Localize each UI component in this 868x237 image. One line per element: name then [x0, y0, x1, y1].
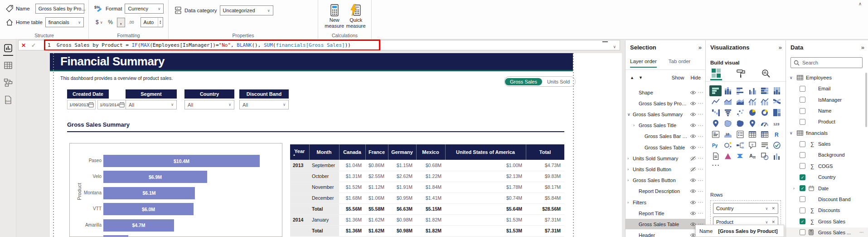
visual-icon-stacked-column-chart[interactable] [722, 85, 734, 96]
home-table-select[interactable]: financials∨ [45, 17, 84, 27]
data-field-country[interactable]: ✓Country [786, 172, 868, 182]
eye-off-icon[interactable] [690, 156, 696, 161]
eye-icon[interactable] [690, 101, 696, 106]
search-input[interactable]: Search [790, 57, 863, 68]
column-header-france[interactable]: France [365, 144, 388, 160]
date-from-input[interactable]: 1/09/2013 [67, 100, 96, 109]
data-field-gross-sales-[interactable]: Gross Sales ...⋯ [786, 227, 868, 237]
checkbox-unchecked[interactable] [800, 119, 805, 125]
selection-item[interactable]: ›Gross Sales Button··· [626, 175, 705, 186]
view-toggle[interactable]: Gross SalesUnits Sold [504, 76, 576, 87]
remove-field-icon[interactable]: ✕ [771, 206, 775, 211]
visual-icon-kpi[interactable]: 12 [722, 129, 734, 140]
visual-icon-r-script-visual[interactable]: R [771, 129, 783, 140]
visual-icon-treemap[interactable] [771, 107, 783, 118]
column-header-year[interactable]: Year▲ [290, 144, 309, 160]
collapse-visualizations-panel-icon[interactable]: » [779, 44, 781, 51]
more-options-icon[interactable]: ··· [696, 189, 705, 194]
chevron-right-icon[interactable]: › [627, 178, 633, 183]
more-options-icon[interactable]: ··· [696, 200, 705, 205]
visual-icon-metrics[interactable] [771, 140, 783, 151]
chevron-down-icon[interactable]: ∨ [790, 131, 793, 135]
remove-field-icon[interactable]: ✕ [771, 220, 775, 224]
selection-item[interactable]: Gross Sales Table··· [626, 219, 705, 229]
selection-item[interactable]: ›Units Sold Summary··· [626, 153, 705, 163]
selection-item[interactable]: Shape··· [626, 87, 705, 98]
visual-icon-funnel-chart[interactable] [722, 107, 734, 118]
checkbox-checked[interactable]: ✓ [800, 218, 805, 224]
data-field-ismanager[interactable]: IsManager [786, 95, 868, 105]
selection-item[interactable]: ›Units Sold Button··· [626, 164, 705, 174]
selection-item[interactable]: Report Title··· [626, 208, 705, 218]
field-pill-country[interactable]: Country∨✕ [713, 203, 778, 214]
dax-formula-bar[interactable]: ✕ ✓ 1 Gross Sales by Product = IF(MAX(Em… [18, 40, 620, 50]
checkbox-unchecked[interactable] [800, 152, 805, 158]
data-panel-scrollbar[interactable] [865, 73, 867, 127]
checkbox-unchecked[interactable] [800, 163, 805, 169]
bar-paseo[interactable]: $10.4M [103, 155, 260, 167]
more-visuals-icon[interactable]: ··· [712, 162, 720, 168]
visual-icon-card[interactable]: 123 [771, 118, 783, 129]
visual-icon-clustered-column-chart[interactable] [746, 85, 758, 96]
nav-table-view[interactable] [0, 57, 16, 74]
selection-item[interactable]: ∨Gross Sales Summary··· [626, 109, 705, 119]
percent-button[interactable]: % [107, 18, 115, 27]
thousands-separator-button[interactable]: , [117, 18, 125, 27]
column-header-united-states-of-america[interactable]: United States of America [445, 144, 526, 160]
more-options-icon[interactable]: ··· [696, 112, 705, 117]
visual-icon-line-and-stacked-column-chart[interactable] [746, 96, 758, 107]
column-header-total[interactable]: Total [526, 144, 564, 160]
selection-item[interactable]: ›Filters··· [626, 197, 705, 207]
selection-item[interactable]: Header··· [626, 230, 705, 237]
visual-icon-matrix[interactable] [758, 129, 771, 140]
currency-symbol-button[interactable]: $∨ [94, 18, 104, 27]
chevron-right-icon[interactable]: › [627, 167, 633, 172]
visual-icon-button[interactable] [771, 151, 783, 162]
visual-icon-slicer[interactable] [734, 129, 746, 140]
checkbox-unchecked[interactable] [800, 229, 805, 235]
date-to-input[interactable]: 1/01/2014 [97, 100, 126, 109]
quick-measure-button[interactable]: Quick measure [345, 3, 367, 29]
visual-icon-shapes[interactable] [758, 151, 771, 162]
slicer-dropdown-discount-band[interactable]: All∨ [239, 100, 289, 109]
selection-item[interactable]: Report Description··· [626, 186, 705, 197]
more-options-icon[interactable]: ··· [696, 145, 705, 150]
visual-icon-scatter-chart[interactable] [734, 107, 746, 118]
more-options-icon[interactable]: ··· [696, 211, 705, 216]
chevron-down-icon[interactable]: ∨ [790, 75, 793, 80]
visual-icon-stacked-area-chart[interactable] [734, 96, 746, 107]
nav-report-view[interactable] [0, 40, 16, 57]
selection-item[interactable]: Gross Sales Table··· [626, 142, 705, 153]
collapse-ribbon-icon[interactable]: ∨ [858, 2, 862, 7]
eye-icon[interactable] [690, 134, 696, 138]
eye-icon[interactable] [690, 112, 696, 117]
decimal-precision-stepper[interactable]: Auto▲▼ [141, 17, 163, 27]
data-table-financials[interactable]: ∨financials [786, 128, 868, 138]
report-page[interactable]: Financial Summary This dashboard provide… [50, 53, 622, 237]
collapse-selection-panel-icon[interactable]: » [698, 44, 701, 51]
eye-icon[interactable] [690, 178, 696, 183]
visual-icon-smart-narrative[interactable]: A [758, 140, 771, 151]
toggle-option-units-sold[interactable]: Units Sold [542, 78, 575, 85]
chevron-down-icon[interactable]: ∨ [627, 112, 633, 117]
visual-icon-power-apps[interactable] [722, 151, 734, 162]
selection-item[interactable]: ›Gross Sales Title··· [626, 120, 705, 131]
formula-highlight-box[interactable]: 1 Gross Sales by Product = IF(MAX(Employ… [44, 40, 380, 51]
gross-sales-table[interactable]: Year▲MonthCanadaFranceGermanyMexicoUnite… [290, 144, 565, 237]
eye-icon[interactable] [690, 189, 696, 193]
bar-velo[interactable]: $6.9M [103, 171, 207, 183]
show-all-button[interactable]: Show [672, 75, 684, 80]
visual-icon-100-stacked-column-chart[interactable] [771, 85, 783, 96]
checkbox-unchecked[interactable] [800, 207, 805, 213]
eye-icon[interactable] [690, 200, 696, 205]
chevron-right-icon[interactable]: › [627, 156, 633, 161]
more-options-icon[interactable]: ··· [696, 156, 705, 161]
tab-build-visual[interactable] [710, 67, 722, 80]
visual-icon-azure-map[interactable] [746, 118, 758, 129]
data-field-cogs[interactable]: ∑COGS [786, 161, 868, 171]
column-header-canada[interactable]: Canada [339, 144, 365, 160]
selection-tab-layer-order[interactable]: Layer order [630, 59, 657, 68]
checkbox-checked[interactable]: ✓ [800, 185, 805, 191]
visual-icon-map[interactable] [709, 118, 722, 129]
visual-icon-filled-map[interactable] [722, 118, 734, 129]
